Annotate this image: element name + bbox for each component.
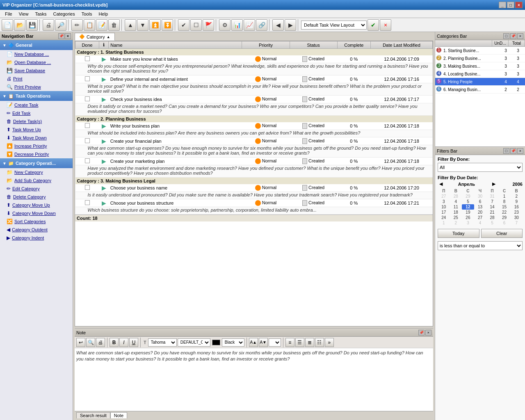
note-charset-selector[interactable]: DEFAULT_CHAR — [178, 338, 210, 347]
nav-delete-category[interactable]: 🗑 Delete Category — [0, 193, 73, 201]
cal-day[interactable]: 11 — [450, 204, 462, 210]
tb-delete-btn[interactable]: 🗑 — [108, 19, 120, 31]
nav-category-move-down[interactable]: ⬇ Category Move Down — [0, 209, 73, 217]
note-undo-btn[interactable]: ↩ — [76, 338, 85, 347]
tb-up-btn[interactable]: ▲ — [125, 19, 136, 31]
nav-print[interactable]: 🖨 Print — [0, 75, 73, 83]
tb-bottom-btn[interactable]: ⏬ — [162, 19, 173, 31]
nav-category-move-up[interactable]: ⬆ Category Move Up — [0, 201, 73, 209]
nav-category-indent[interactable]: ▶ Category Indent — [0, 234, 73, 242]
filters-float-btn[interactable]: □ — [503, 148, 509, 154]
cal-day[interactable]: 5 — [462, 199, 474, 204]
cat-bar-close-btn[interactable]: × — [517, 33, 523, 39]
nav-task-move-up[interactable]: ⬆ Task Move Up — [0, 126, 73, 134]
today-button[interactable]: Today — [438, 229, 479, 238]
tb-open-btn[interactable]: 📂 — [14, 19, 25, 31]
note-font-down-btn[interactable]: A▼ — [259, 338, 268, 347]
cal-day[interactable]: 4 — [474, 220, 486, 226]
tab-note[interactable]: Note — [110, 412, 127, 418]
note-content[interactable]: What are common start-up expenses? Do yo… — [75, 348, 433, 411]
tb-print-btn[interactable]: 🖨 — [43, 19, 54, 31]
nav-increase-priority[interactable]: 🔼 Increase Priority — [0, 142, 73, 150]
menu-tools[interactable]: Tools — [78, 11, 96, 17]
cal-day[interactable]: 21 — [486, 210, 498, 215]
tb-new-btn[interactable]: 📄 — [2, 19, 13, 31]
cat-bar-pin-btn[interactable]: 📌 — [510, 33, 516, 39]
task-checkbox[interactable] — [85, 56, 90, 61]
nav-delete-task[interactable]: 🗑 Delete Task(s) — [0, 117, 73, 126]
window-controls[interactable]: _ □ × — [499, 2, 523, 8]
cal-day[interactable]: 3 — [438, 199, 450, 204]
cal-day[interactable]: 14 — [486, 204, 498, 210]
cal-day[interactable]: 29 — [462, 194, 474, 199]
nav-bar-pin-btn[interactable]: 📌 — [58, 33, 64, 39]
cal-day[interactable]: 13 — [474, 204, 486, 210]
col-done[interactable]: Done — [75, 41, 99, 49]
cal-day[interactable]: 24 — [438, 215, 450, 220]
tb-settings-btn[interactable]: ⚙ — [219, 19, 231, 31]
list-item[interactable]: 1 1. Starting Busine... 3 3 — [435, 47, 525, 55]
note-pin-btn[interactable]: 📌 — [418, 330, 425, 336]
list-item[interactable]: 4 4. Locating Busine... 3 3 — [435, 70, 525, 78]
note-color-swatch[interactable] — [212, 340, 220, 345]
note-font-up-btn[interactable]: A▲ — [249, 338, 258, 347]
nav-task-move-down[interactable]: ⬇ Task Move Down — [0, 134, 73, 142]
nav-edit-task[interactable]: ✏ Edit Task — [0, 109, 73, 117]
filter-condition-select[interactable]: is less than or equal to — [438, 241, 523, 250]
nav-section-tasks[interactable]: ▼ 📋 Task Operations — [0, 91, 73, 101]
cal-day[interactable]: 9 — [510, 199, 523, 204]
tb-down-btn[interactable]: ▼ — [137, 19, 148, 31]
col-complete[interactable]: Complete — [337, 41, 370, 49]
nav-print-preview[interactable]: 🔍 Print Preview — [0, 83, 73, 91]
tb-save-btn[interactable]: 💾 — [26, 19, 38, 31]
cal-day[interactable]: 4 — [450, 199, 462, 204]
list-item[interactable]: 3 3. Making Busines... 3 3 — [435, 62, 525, 70]
list-item[interactable]: 5 5. Hiring People 4 4 — [435, 78, 525, 86]
cal-day[interactable]: 15 — [498, 204, 511, 210]
menu-tasks[interactable]: Tasks — [32, 11, 50, 17]
cal-day[interactable]: 16 — [510, 204, 523, 210]
task-checkbox[interactable] — [85, 96, 90, 101]
menu-categories[interactable]: Categories — [50, 11, 78, 17]
tb-check-btn[interactable]: ✔ — [178, 19, 189, 31]
tb-paste-btn[interactable]: 📝 — [96, 19, 107, 31]
task-checkbox[interactable] — [85, 76, 90, 81]
cat-bar-float-btn[interactable]: □ — [503, 33, 509, 39]
cal-next-month-btn[interactable]: ▶ — [491, 181, 497, 187]
nav-bar-close-btn[interactable]: × — [65, 33, 71, 39]
task-table-container[interactable]: Done ℹ Name Priority Status Complete Dat… — [75, 41, 433, 326]
cal-day[interactable]: 5 — [486, 220, 498, 226]
tb-nav-next-btn[interactable]: ▶ — [285, 19, 296, 31]
tb-top-btn[interactable]: ⏫ — [149, 19, 161, 31]
note-more-btn[interactable]: » — [325, 338, 334, 347]
note-list-btn[interactable]: ☷ — [315, 338, 324, 347]
cal-day[interactable]: 22 — [498, 210, 511, 215]
filters-close-btn[interactable]: × — [517, 148, 523, 154]
cal-day[interactable]: 2 — [510, 194, 523, 199]
nav-new-database[interactable]: 📄 New Database ... — [0, 50, 73, 58]
cal-day[interactable]: 28 — [450, 194, 462, 199]
clear-button[interactable]: Clear — [481, 229, 523, 238]
nav-section-general[interactable]: ▼ 🔷 General — [0, 40, 73, 50]
table-row[interactable]: ▶ Define your internal and external inte… — [75, 75, 433, 83]
note-font-selector[interactable]: Tahoma — [148, 338, 177, 347]
note-italic-btn[interactable]: I — [119, 338, 128, 347]
cal-day[interactable]: 20 — [474, 210, 486, 215]
cal-day[interactable]: 2 — [450, 220, 462, 226]
nav-save-database[interactable]: 💾 Save Database — [0, 66, 73, 75]
tb-uncheck-btn[interactable]: ☐ — [190, 19, 202, 31]
note-bold-btn[interactable]: B — [110, 338, 119, 347]
cal-day[interactable]: 26 — [462, 215, 474, 220]
layout-selector[interactable]: Default Task View Layout — [301, 21, 367, 30]
tb-preview-btn[interactable]: 🔎 — [55, 19, 66, 31]
nav-decrease-priority[interactable]: 🔽 Decrease Priority — [0, 150, 73, 158]
tb-flag-btn[interactable]: 🚩 — [203, 19, 214, 31]
maximize-button[interactable]: □ — [507, 2, 514, 8]
cal-day[interactable]: 8 — [498, 199, 511, 204]
tb-link-btn[interactable]: 🔗 — [256, 19, 267, 31]
nav-add-sub-category[interactable]: 📂 Add Sub Category — [0, 176, 73, 185]
cat-col-total[interactable]: Total — [509, 40, 525, 46]
nav-create-task[interactable]: 📝 Create Task — [0, 101, 73, 109]
table-row[interactable]: ▶ Check your business idea Normal Create… — [75, 96, 433, 103]
table-row[interactable]: ▶ Write your business plan Normal Create… — [75, 122, 433, 130]
